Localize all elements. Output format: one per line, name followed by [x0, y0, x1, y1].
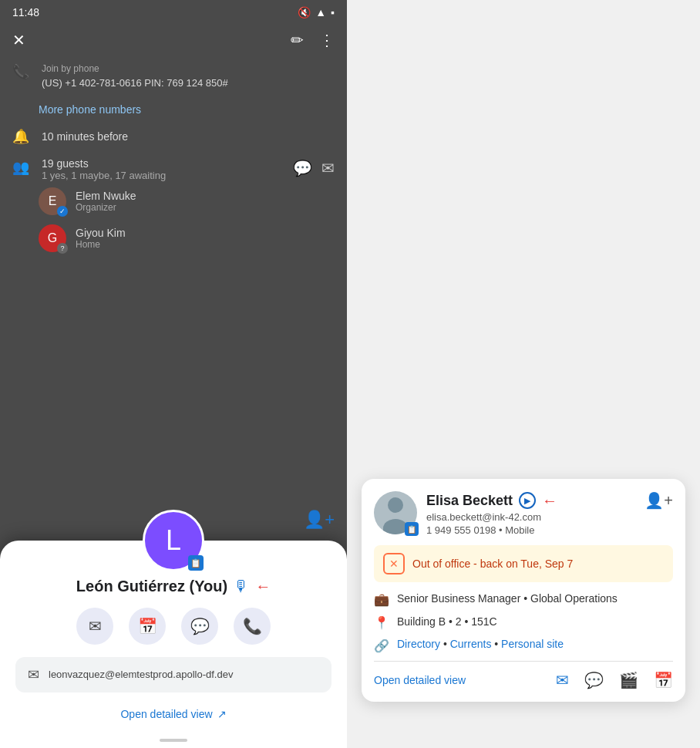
mic-icon[interactable]: 🎙: [234, 578, 249, 595]
job-title-text: Senior Business Manager • Global Operati…: [397, 591, 618, 607]
contact-card: 📋 Elisa Beckett ▶ ← 👤+ elisa.beckett@ink…: [362, 479, 685, 702]
links-text: Directory • Currents • Personal site: [397, 638, 564, 650]
calendar-footer-icon[interactable]: 📅: [654, 671, 673, 689]
reminder-text: 10 minutes before: [42, 130, 128, 143]
contact-phone: 1 949 555 0198 • Mobile: [426, 524, 673, 536]
chat-footer-icon[interactable]: 💬: [584, 671, 604, 689]
bell-icon: 🔔: [12, 128, 29, 145]
oof-banner: ✕ Out of office - back on Tue, Sep 7: [374, 545, 673, 582]
email-address: leonvazquez@elemtestprod.apollo-df.dev: [49, 668, 233, 682]
right-panel: 📋 Elisa Beckett ▶ ← 👤+ elisa.beckett@ink…: [347, 0, 700, 748]
email-card-icon: ✉: [28, 666, 39, 683]
edit-icon[interactable]: ✏: [291, 31, 304, 49]
wifi-icon: ▲: [315, 6, 326, 19]
toolbar-right: ✏ ⋮: [291, 31, 335, 49]
guest-avatar-giyou: G ?: [39, 224, 66, 252]
red-arrow-icon: ←: [255, 578, 271, 595]
guests-subtitle: 1 yes, 1 maybe, 17 awaiting: [42, 170, 281, 181]
external-link-icon: ↗: [217, 708, 227, 720]
footer-icons: ✉ 💬 🎬 📅: [556, 671, 673, 689]
avatar-letter: L: [166, 524, 181, 557]
card-footer: Open detailed view ✉ 💬 🎬 📅: [374, 661, 673, 689]
oof-icon: ✕: [383, 553, 405, 574]
guest-avatar-elem: E ✓: [39, 187, 66, 215]
directory-link[interactable]: Directory: [397, 638, 440, 650]
contact-name-row: Elisa Beckett ▶ ← 👤+: [426, 491, 673, 510]
email-card: ✉ leonvazquez@elemtestprod.apollo-df.dev: [15, 657, 331, 692]
separator-2: •: [494, 638, 501, 650]
location-text: Building B • 2 • 151C: [397, 615, 497, 630]
chat-action-button[interactable]: 💬: [181, 608, 218, 645]
top-toolbar: ✕ ✏ ⋮: [0, 25, 347, 56]
mute-icon: 🔇: [298, 6, 311, 19]
contact-header: 📋 Elisa Beckett ▶ ← 👤+ elisa.beckett@ink…: [374, 491, 673, 536]
status-bar: 11:48 🔇 ▲ ▪: [0, 0, 347, 25]
contact-info: Elisa Beckett ▶ ← 👤+ elisa.beckett@ink-4…: [426, 491, 673, 536]
email-action-button[interactable]: ✉: [76, 608, 113, 645]
battery-icon: ▪: [331, 6, 335, 19]
guest-check-icon: ✓: [57, 206, 68, 217]
contact-photo-wrap: 📋: [374, 491, 417, 534]
more-icon[interactable]: ⋮: [319, 31, 335, 49]
briefcase-icon: 💼: [374, 592, 389, 607]
guests-actions: 💬 ✉: [293, 159, 335, 177]
add-contact-button[interactable]: 👤+: [304, 510, 335, 530]
guest-name: Giyou Kim: [76, 227, 126, 239]
location-row: 📍 Building B • 2 • 151C: [374, 615, 673, 630]
phone-details: Join by phone (US) +1 402-781-0616 PIN: …: [42, 62, 228, 91]
contact-email: elisa.beckett@ink-42.com: [426, 511, 673, 523]
email-footer-icon[interactable]: ✉: [556, 671, 569, 689]
personal-site-link[interactable]: Personal site: [501, 638, 564, 650]
profile-avatar: L 📋: [143, 510, 204, 571]
phone-row: 📞 Join by phone (US) +1 402-781-0616 PIN…: [12, 62, 335, 91]
job-title-row: 💼 Senior Business Manager • Global Opera…: [374, 591, 673, 607]
guests-count: 19 guests: [42, 157, 281, 170]
bottom-handle: [160, 739, 187, 742]
left-panel: 11:48 🔇 ▲ ▪ ✕ ✏ ⋮ 📞 Join by phone (US) +…: [0, 0, 347, 748]
phone-number[interactable]: (US) +1 402-781-0616 PIN: 769 124 850#: [42, 76, 228, 91]
status-icons: 🔇 ▲ ▪: [298, 6, 335, 19]
location-icon: 📍: [374, 615, 389, 630]
person-name-row: León Gutiérrez (You) 🎙 ←: [15, 578, 331, 595]
separator-1: •: [443, 638, 450, 650]
join-by-phone-label: Join by phone: [42, 62, 228, 76]
calendar-badge: 📋: [188, 555, 204, 571]
person-name: León Gutiérrez (You): [76, 578, 227, 595]
guests-row: 👥 19 guests 1 yes, 1 maybe, 17 awaiting …: [12, 157, 335, 181]
time-display: 11:48: [12, 6, 39, 19]
links-row: 🔗 Directory • Currents • Personal site: [374, 638, 673, 653]
contact-cal-badge: 📋: [405, 522, 419, 536]
close-icon[interactable]: ✕: [12, 31, 25, 49]
guest-name: Elem Nwuke: [76, 190, 136, 202]
reminder-row: 🔔 10 minutes before: [12, 128, 335, 145]
action-buttons: ✉ 📅 💬 📞: [15, 608, 331, 645]
links-icon: 🔗: [374, 638, 389, 653]
guest-details-elem: Elem Nwuke Organizer: [76, 190, 136, 213]
currents-link[interactable]: Currents: [450, 638, 492, 650]
sheet-content: León Gutiérrez (You) 🎙 ← ✉ 📅 💬 📞 ✉ leonv…: [0, 571, 347, 739]
add-contact-right-button[interactable]: 👤+: [644, 491, 673, 510]
profile-avatar-container: L 📋 👤+: [0, 510, 347, 571]
guests-icon: 👥: [12, 159, 29, 176]
open-detail-button[interactable]: Open detailed view ↗: [15, 702, 331, 726]
phone-action-button[interactable]: 📞: [234, 608, 271, 645]
open-detail-right-button[interactable]: Open detailed view: [374, 674, 466, 686]
guest-item[interactable]: E ✓ Elem Nwuke Organizer: [39, 187, 335, 215]
guest-question-icon: ?: [57, 243, 68, 254]
calendar-action-button[interactable]: 📅: [129, 608, 166, 645]
open-detail-label: Open detailed view: [120, 708, 212, 720]
more-phones-link[interactable]: More phone numbers: [39, 103, 335, 116]
bottom-sheet: L 📋 👤+ León Gutiérrez (You) 🎙 ← ✉ 📅 💬 📞 …: [0, 541, 347, 748]
video-footer-icon[interactable]: 🎬: [619, 671, 638, 689]
contact-name: Elisa Beckett: [426, 493, 513, 509]
red-arrow-right-icon: ←: [542, 492, 557, 510]
guest-item[interactable]: G ? Giyou Kim Home: [39, 224, 335, 252]
email-guests-icon[interactable]: ✉: [321, 159, 335, 177]
chat-guests-icon[interactable]: 💬: [293, 159, 312, 177]
guests-info: 19 guests 1 yes, 1 maybe, 17 awaiting: [42, 157, 281, 181]
guest-details-giyou: Giyou Kim Home: [76, 227, 126, 250]
play-icon[interactable]: ▶: [519, 492, 536, 509]
guest-role: Home: [76, 239, 126, 250]
phone-icon: 📞: [12, 63, 29, 80]
guest-role: Organizer: [76, 202, 136, 213]
